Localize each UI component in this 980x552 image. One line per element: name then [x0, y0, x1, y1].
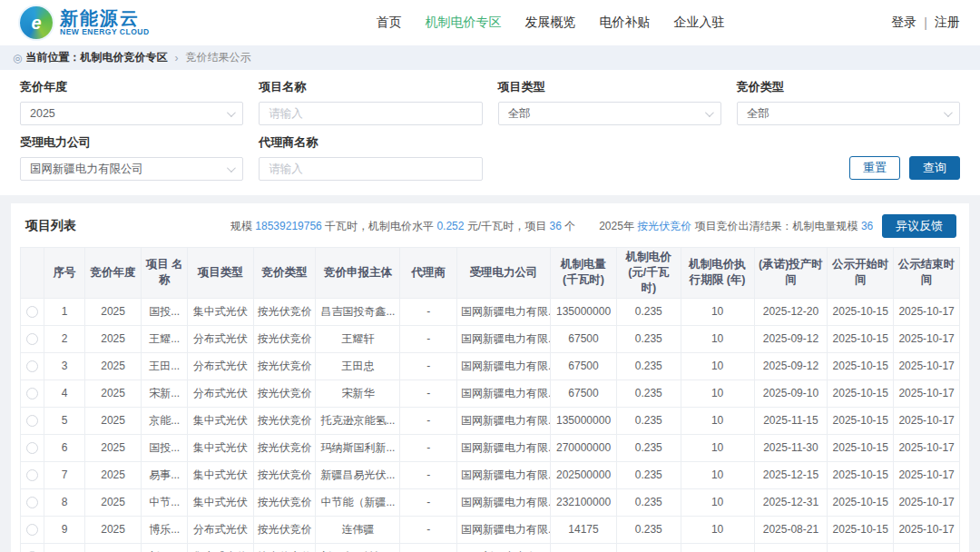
agent-name-input[interactable]: 请输入: [259, 157, 482, 181]
table-cell: 2025-10-15: [828, 434, 894, 461]
nav-item-1[interactable]: 机制电价专区: [426, 15, 502, 31]
table-cell: -: [400, 461, 457, 488]
power-company-select[interactable]: 国网新疆电力有限公司: [20, 157, 243, 181]
table-cell: 2025-08-21: [754, 516, 828, 543]
table-cell: 2025-10-17: [894, 516, 960, 543]
nav-item-3[interactable]: 电价补贴: [600, 15, 651, 31]
summary-highlight: 18539219756: [255, 220, 321, 232]
row-radio-button[interactable]: [26, 497, 38, 508]
table-row: 12025国投...集中式光伏按光伏竞价昌吉国投奇鑫...-国网新疆电力有限..…: [21, 298, 960, 325]
table-cell: 2025: [84, 352, 142, 380]
row-radio-button[interactable]: [26, 469, 38, 481]
row-radio-button[interactable]: [26, 306, 38, 318]
table-cell: 8: [44, 488, 84, 516]
nav-item-2[interactable]: 发展概览: [525, 15, 576, 31]
table-cell: -: [400, 407, 457, 434]
row-radio-button[interactable]: [26, 415, 38, 427]
table-cell: 10: [681, 407, 754, 434]
filter-power-company: 受理电力公司 国网新疆电力有限公司: [20, 134, 243, 181]
login-link[interactable]: 登录: [891, 15, 916, 31]
project-list-header: 项目列表 规模 18539219756 千瓦时，机制电价水平 0.252 元/千…: [20, 211, 960, 247]
table-cell: -: [400, 380, 457, 407]
register-link[interactable]: 注册: [935, 15, 960, 31]
column-header: 代理商: [400, 248, 457, 299]
table-cell: 2025-10-17: [894, 434, 960, 461]
filter-bidding-year: 竞价年度 2025: [20, 79, 243, 125]
summary-text-segment: 元/千瓦时，项目: [464, 220, 549, 232]
table-cell: 0.235: [616, 298, 681, 325]
table-cell: 2025-12-20: [754, 298, 828, 325]
radio-cell: [21, 298, 44, 325]
table-cell: -: [400, 516, 457, 543]
bidding-year-select[interactable]: 2025: [20, 102, 243, 125]
table-header-row: 序号竞价年度项目 名称项目类型竞价类型竞价申报主体代理商受理电力公司机制电量 (…: [21, 248, 960, 299]
table-cell: 按光伏竞价: [253, 298, 316, 325]
table-row: 52025京能...集中式光伏按光伏竞价托克逊京能氢...-国网新疆电力有限..…: [21, 407, 960, 434]
table-cell: 2: [44, 325, 84, 352]
objection-feedback-button[interactable]: 异议反馈: [882, 214, 956, 238]
column-header: 受理电力公司: [457, 248, 551, 299]
table-cell: 集中式光伏: [187, 407, 253, 434]
table-cell: 4: [44, 380, 84, 407]
table-cell: 270000000: [551, 434, 617, 461]
nav-item-4[interactable]: 企业入驻: [674, 15, 725, 31]
table-cell: 2025: [84, 298, 142, 325]
row-radio-button[interactable]: [26, 442, 38, 454]
chevron-down-icon: [944, 108, 953, 117]
row-radio-button[interactable]: [26, 524, 38, 536]
main-nav: 首页机制电价专区发展概览电价补贴企业入驻: [377, 15, 725, 31]
table-cell: 按光伏竞价: [253, 543, 316, 552]
breadcrumb-section[interactable]: 机制电价竞价专区: [80, 51, 167, 64]
table-cell: 2025-11-30: [754, 434, 828, 461]
row-radio-button[interactable]: [26, 360, 38, 372]
summary-text-segment: 规模: [230, 220, 255, 232]
table-cell: 0.235: [616, 434, 681, 461]
table-cell: 国网新疆电力有限...: [457, 516, 551, 543]
table-cell: 国网新疆电力有限...: [457, 461, 551, 488]
summary-highlight: 36: [549, 220, 561, 232]
table-cell: 按光伏竞价: [253, 380, 316, 407]
table-cell: 国网新疆电力有限...: [457, 488, 551, 516]
table-cell: 67500: [551, 380, 617, 407]
bidding-type-label: 竞价类型: [737, 79, 960, 95]
table-cell: 2025: [84, 380, 142, 407]
logo[interactable]: e 新能源云 NEW ENERGY CLOUD: [20, 6, 150, 39]
column-header: 竞价类型: [253, 248, 316, 299]
table-cell: 2025-12-15: [754, 461, 828, 488]
table-cell: 2025-10-15: [828, 488, 894, 516]
nav-item-0[interactable]: 首页: [377, 15, 402, 31]
project-name-input[interactable]: 请输入: [259, 102, 482, 125]
top-header: e 新能源云 NEW ENERGY CLOUD 首页机制电价专区发展概览电价补贴…: [0, 0, 980, 45]
bidding-type-select[interactable]: 全部: [737, 102, 960, 125]
table-cell: 博乐...: [142, 516, 188, 543]
query-button[interactable]: 查询: [909, 156, 960, 180]
agent-name-placeholder: 请输入: [269, 162, 472, 177]
table-cell: 王田忠: [316, 352, 400, 380]
logo-subtitle: NEW ENERGY CLOUD: [60, 28, 150, 36]
radio-cell: [21, 461, 44, 488]
table-row: 42025宋新...分布式光伏按光伏竞价宋新华-国网新疆电力有限...67500…: [21, 380, 960, 407]
breadcrumb: ◎ 当前位置：机制电价竞价专区 › 竞价结果公示: [0, 45, 980, 70]
column-header: 项目 名称: [142, 248, 188, 299]
project-type-value: 全部: [508, 106, 705, 122]
summary-text-segment: 项目竞价出清结果：机制电量规模: [691, 220, 861, 232]
power-company-label: 受理电力公司: [20, 134, 243, 151]
table-cell: 2025: [84, 434, 142, 461]
table-cell: 10: [44, 543, 84, 552]
table-cell: 昌吉国投奇鑫...: [316, 298, 400, 325]
row-radio-button[interactable]: [26, 388, 38, 399]
filter-bidding-type: 竞价类型 全部: [737, 79, 960, 125]
table-cell: 10: [681, 434, 754, 461]
table-cell: 135000000: [551, 543, 617, 552]
reset-button[interactable]: 重置: [849, 156, 900, 180]
table-cell: 10: [681, 352, 754, 380]
radio-cell: [21, 407, 44, 434]
table-cell: 按光伏竞价: [253, 407, 316, 434]
table-cell: 2025-10-17: [894, 352, 960, 380]
project-type-label: 项目类型: [498, 79, 721, 95]
project-type-select[interactable]: 全部: [498, 102, 721, 125]
row-radio-button[interactable]: [26, 333, 38, 345]
table-cell: 2025-10-17: [894, 325, 960, 352]
bidding-year-label: 竞价年度: [20, 79, 243, 95]
table-cell: -: [400, 488, 457, 516]
